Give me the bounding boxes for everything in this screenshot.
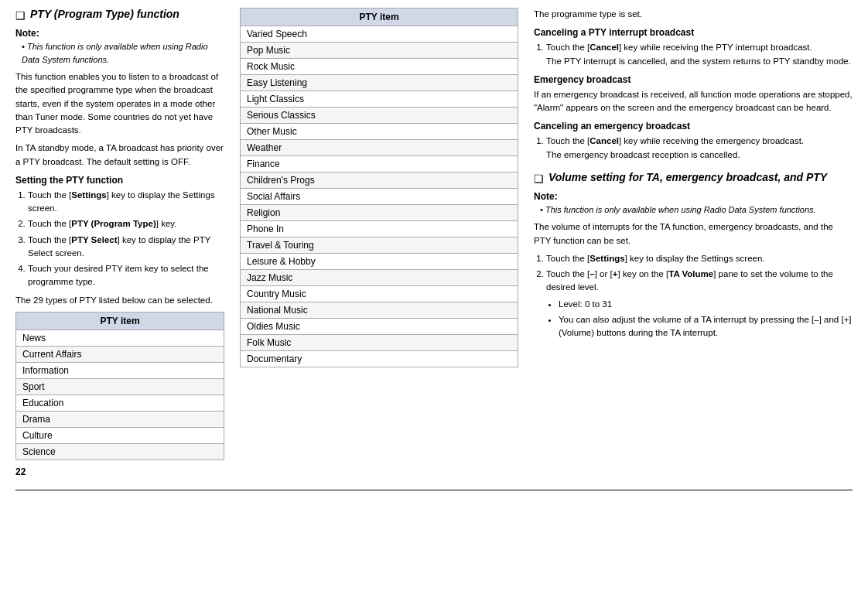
page-container: ❑ PTY (Program Type) function Note: • Th…: [15, 8, 853, 477]
pty-left-item: Current Affairs: [16, 346, 224, 362]
bottom-divider: [15, 490, 853, 490]
pty-right-item: Oldies Music: [241, 319, 518, 335]
left-column: ❑ PTY (Program Type) function Note: • Th…: [15, 8, 224, 477]
pty-table-left-header: PTY item: [16, 312, 224, 330]
emergency-broadcast-heading: Emergency broadcast: [534, 74, 853, 85]
note-bullet-1: • This function is only available when u…: [22, 40, 224, 66]
cancel-emergency-step-1: Touch the [Cancel] key while receiving t…: [546, 135, 853, 162]
body-text-2: In TA standby mode, a TA broadcast has p…: [15, 142, 224, 169]
vol-note-label: Note:: [534, 191, 853, 202]
checkbox-icon: ❑: [15, 9, 26, 22]
pty-step-4: Touch your desired PTY item key to selec…: [28, 262, 224, 289]
pty-left-item: Sport: [16, 378, 224, 395]
pty-left-item: Education: [16, 395, 224, 411]
pty-table-left: PTY item NewsCurrent AffairsInformationS…: [15, 312, 224, 460]
pty-title: PTY (Program Type) function: [30, 8, 179, 20]
prog-type-set-text: The programme type is set.: [534, 8, 853, 21]
pty-right-item: Country Music: [241, 286, 518, 302]
vol-step-1: Touch the [Settings] key to display the …: [546, 252, 853, 265]
pty-right-item: Finance: [241, 156, 518, 172]
pty-right-item: Jazz Music: [241, 270, 518, 286]
pty-right-item: Children's Progs: [241, 172, 518, 189]
pty-step-3: Touch the [PTY Select] key to display th…: [28, 234, 224, 261]
pty-right-item: Travel & Touring: [241, 237, 518, 254]
pty-step-1: Touch the [Settings] key to display the …: [28, 189, 224, 216]
pty-left-item: Culture: [16, 427, 224, 443]
vol-bullet-1: Level: 0 to 31: [559, 298, 853, 311]
pty-right-item: Rock Music: [241, 59, 518, 75]
setting-pty-heading: Setting the PTY function: [15, 175, 224, 186]
cancel-pty-steps: Touch the [Cancel] key while receiving t…: [546, 41, 853, 68]
vol-title: Volume setting for TA, emergency broadca…: [548, 171, 827, 183]
pty-right-item: Documentary: [241, 351, 518, 367]
pty-right-item: Other Music: [241, 124, 518, 140]
pty-left-item: Science: [16, 443, 224, 459]
emergency-broadcast-body: If an emergency broadcast is received, a…: [534, 88, 853, 115]
pty-table-right-header: PTY item: [241, 9, 518, 26]
pty-steps-list: Touch the [Settings] key to display the …: [28, 189, 224, 289]
vol-checkbox-icon: ❑: [534, 172, 544, 185]
middle-column: PTY item Varied SpeechPop MusicRock Musi…: [240, 8, 518, 477]
pty-right-item: Weather: [241, 140, 518, 156]
vol-bullet-2: You can also adjust the volume of a TA i…: [559, 313, 853, 340]
pty-right-item: Phone In: [241, 221, 518, 237]
vol-steps-list: Touch the [Settings] key to display the …: [546, 252, 853, 340]
pty-left-item: News: [16, 330, 224, 346]
pty-right-item: Social Affairs: [241, 189, 518, 205]
pty-right-item: Easy Listening: [241, 75, 518, 91]
pty-right-item: Serious Classics: [241, 108, 518, 124]
note-label-1: Note:: [15, 28, 224, 39]
vol-body-1: The volume of interrupts for the TA func…: [534, 220, 853, 248]
pty-left-item: Drama: [16, 411, 224, 427]
pty-right-item: Varied Speech: [241, 26, 518, 43]
pty-right-item: Leisure & Hobby: [241, 254, 518, 270]
page-number: 22: [15, 466, 224, 477]
body-text-3: The 29 types of PTY listed below can be …: [15, 294, 224, 307]
pty-section-heading: ❑ PTY (Program Type) function: [15, 8, 224, 22]
pty-right-item: Folk Music: [241, 335, 518, 351]
cancel-pty-heading: Canceling a PTY interrupt broadcast: [534, 27, 853, 38]
pty-right-item: Pop Music: [241, 43, 518, 59]
body-text-1: This function enables you to listen to a…: [15, 70, 224, 137]
cancel-pty-step-1: Touch the [Cancel] key while receiving t…: [546, 41, 853, 68]
pty-right-item: Light Classics: [241, 91, 518, 108]
right-column: The programme type is set. Canceling a P…: [534, 8, 853, 477]
pty-left-item: Information: [16, 362, 224, 378]
vol-step-2: Touch the [–] or [+] key on the [TA Volu…: [546, 268, 853, 340]
pty-right-item: National Music: [241, 302, 518, 319]
pty-table-right: PTY item Varied SpeechPop MusicRock Musi…: [240, 8, 518, 367]
pty-step-2: Touch the [PTY (Program Type)] key.: [28, 217, 224, 231]
cancel-emergency-heading: Canceling an emergency broadcast: [534, 121, 853, 132]
vol-section-heading: ❑ Volume setting for TA, emergency broad…: [534, 171, 853, 185]
pty-right-item: Religion: [241, 205, 518, 221]
cancel-emergency-steps: Touch the [Cancel] key while receiving t…: [546, 135, 853, 162]
vol-note-bullet: • This function is only available when u…: [540, 203, 853, 217]
